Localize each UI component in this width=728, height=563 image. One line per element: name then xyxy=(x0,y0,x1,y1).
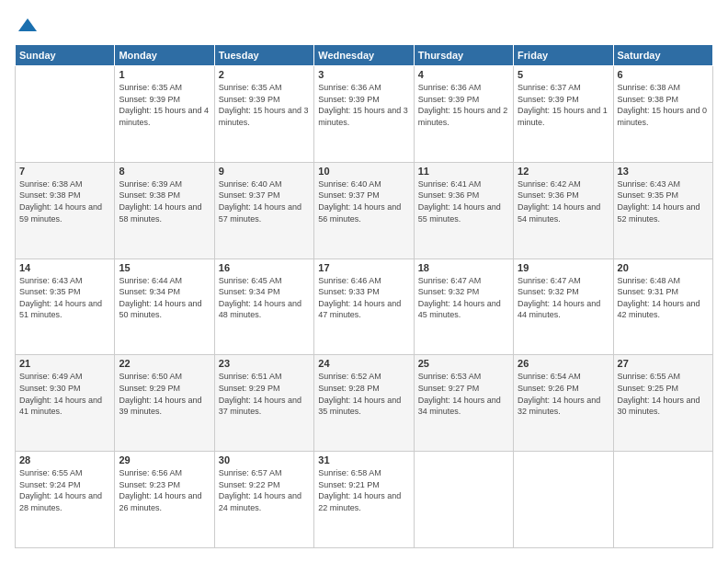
day-cell: 15Sunrise: 6:44 AMSunset: 9:34 PMDayligh… xyxy=(115,259,214,355)
day-info: Sunrise: 6:42 AMSunset: 9:36 PMDaylight:… xyxy=(518,178,609,224)
day-number: 29 xyxy=(119,454,210,465)
week-row-1: 7Sunrise: 6:38 AMSunset: 9:38 PMDaylight… xyxy=(16,162,713,259)
day-cell: 20Sunrise: 6:48 AMSunset: 9:31 PMDayligh… xyxy=(613,259,712,355)
day-number: 26 xyxy=(518,358,609,369)
day-cell: 28Sunrise: 6:55 AMSunset: 9:24 PMDayligh… xyxy=(16,452,115,548)
day-number: 8 xyxy=(119,166,210,177)
day-info: Sunrise: 6:35 AMSunset: 9:39 PMDaylight:… xyxy=(219,82,310,128)
day-number: 10 xyxy=(318,166,409,177)
day-number: 4 xyxy=(418,69,509,80)
day-info: Sunrise: 6:40 AMSunset: 9:37 PMDaylight:… xyxy=(219,178,310,224)
day-cell: 22Sunrise: 6:50 AMSunset: 9:29 PMDayligh… xyxy=(115,355,214,452)
day-cell: 26Sunrise: 6:54 AMSunset: 9:26 PMDayligh… xyxy=(514,355,613,452)
day-info: Sunrise: 6:45 AMSunset: 9:34 PMDaylight:… xyxy=(219,275,310,321)
day-number: 1 xyxy=(119,69,210,80)
day-number: 3 xyxy=(318,69,409,80)
day-cell: 19Sunrise: 6:47 AMSunset: 9:32 PMDayligh… xyxy=(514,259,613,355)
day-number: 11 xyxy=(418,166,509,177)
day-number: 16 xyxy=(219,262,310,273)
day-info: Sunrise: 6:49 AMSunset: 9:30 PMDaylight:… xyxy=(19,371,110,417)
week-row-4: 28Sunrise: 6:55 AMSunset: 9:24 PMDayligh… xyxy=(16,452,713,548)
day-cell: 18Sunrise: 6:47 AMSunset: 9:32 PMDayligh… xyxy=(414,259,513,355)
calendar-table: SundayMondayTuesdayWednesdayThursdayFrid… xyxy=(15,44,713,548)
day-info: Sunrise: 6:57 AMSunset: 9:22 PMDaylight:… xyxy=(219,467,310,513)
day-info: Sunrise: 6:55 AMSunset: 9:25 PMDaylight:… xyxy=(618,371,709,417)
day-cell: 24Sunrise: 6:52 AMSunset: 9:28 PMDayligh… xyxy=(314,355,414,452)
day-number: 19 xyxy=(518,262,609,273)
day-info: Sunrise: 6:37 AMSunset: 9:39 PMDaylight:… xyxy=(518,82,609,128)
day-info: Sunrise: 6:43 AMSunset: 9:35 PMDaylight:… xyxy=(618,178,709,224)
day-number: 7 xyxy=(19,166,110,177)
day-cell: 11Sunrise: 6:41 AMSunset: 9:36 PMDayligh… xyxy=(414,162,513,259)
weekday-thursday: Thursday xyxy=(414,45,513,66)
day-info: Sunrise: 6:38 AMSunset: 9:38 PMDaylight:… xyxy=(618,82,709,128)
day-number: 6 xyxy=(618,69,709,80)
day-info: Sunrise: 6:55 AMSunset: 9:24 PMDaylight:… xyxy=(19,467,110,513)
day-number: 23 xyxy=(219,358,310,369)
day-cell: 6Sunrise: 6:38 AMSunset: 9:38 PMDaylight… xyxy=(613,66,712,163)
week-row-0: 1Sunrise: 6:35 AMSunset: 9:39 PMDaylight… xyxy=(16,66,713,163)
day-cell xyxy=(514,452,613,548)
day-info: Sunrise: 6:52 AMSunset: 9:28 PMDaylight:… xyxy=(318,371,409,417)
day-info: Sunrise: 6:36 AMSunset: 9:39 PMDaylight:… xyxy=(418,82,509,128)
day-number: 15 xyxy=(119,262,210,273)
day-info: Sunrise: 6:40 AMSunset: 9:37 PMDaylight:… xyxy=(318,178,409,224)
day-number: 28 xyxy=(19,454,110,465)
day-number: 25 xyxy=(418,358,509,369)
day-cell: 31Sunrise: 6:58 AMSunset: 9:21 PMDayligh… xyxy=(314,452,414,548)
day-cell: 17Sunrise: 6:46 AMSunset: 9:33 PMDayligh… xyxy=(314,259,414,355)
day-cell: 9Sunrise: 6:40 AMSunset: 9:37 PMDaylight… xyxy=(214,162,313,259)
day-info: Sunrise: 6:47 AMSunset: 9:32 PMDaylight:… xyxy=(518,275,609,321)
weekday-wednesday: Wednesday xyxy=(314,45,414,66)
logo xyxy=(15,15,39,37)
day-info: Sunrise: 6:51 AMSunset: 9:29 PMDaylight:… xyxy=(219,371,310,417)
day-info: Sunrise: 6:58 AMSunset: 9:21 PMDaylight:… xyxy=(318,467,409,513)
weekday-sunday: Sunday xyxy=(16,45,115,66)
day-number: 18 xyxy=(418,262,509,273)
day-info: Sunrise: 6:36 AMSunset: 9:39 PMDaylight:… xyxy=(318,82,409,128)
weekday-header-row: SundayMondayTuesdayWednesdayThursdayFrid… xyxy=(16,45,713,66)
day-number: 2 xyxy=(219,69,310,80)
day-cell: 23Sunrise: 6:51 AMSunset: 9:29 PMDayligh… xyxy=(214,355,313,452)
day-number: 24 xyxy=(318,358,409,369)
day-info: Sunrise: 6:39 AMSunset: 9:38 PMDaylight:… xyxy=(119,178,210,224)
day-number: 5 xyxy=(518,69,609,80)
day-info: Sunrise: 6:56 AMSunset: 9:23 PMDaylight:… xyxy=(119,467,210,513)
weekday-tuesday: Tuesday xyxy=(214,45,313,66)
day-info: Sunrise: 6:47 AMSunset: 9:32 PMDaylight:… xyxy=(418,275,509,321)
day-number: 9 xyxy=(219,166,310,177)
header xyxy=(15,15,713,37)
day-number: 13 xyxy=(618,166,709,177)
day-number: 21 xyxy=(19,358,110,369)
page: SundayMondayTuesdayWednesdayThursdayFrid… xyxy=(0,0,728,563)
weekday-saturday: Saturday xyxy=(613,45,712,66)
day-number: 27 xyxy=(618,358,709,369)
day-cell xyxy=(613,452,712,548)
day-info: Sunrise: 6:43 AMSunset: 9:35 PMDaylight:… xyxy=(19,275,110,321)
day-info: Sunrise: 6:50 AMSunset: 9:29 PMDaylight:… xyxy=(119,371,210,417)
day-cell: 29Sunrise: 6:56 AMSunset: 9:23 PMDayligh… xyxy=(115,452,214,548)
day-info: Sunrise: 6:48 AMSunset: 9:31 PMDaylight:… xyxy=(618,275,709,321)
day-info: Sunrise: 6:35 AMSunset: 9:39 PMDaylight:… xyxy=(119,82,210,128)
day-number: 17 xyxy=(318,262,409,273)
day-number: 22 xyxy=(119,358,210,369)
day-cell: 5Sunrise: 6:37 AMSunset: 9:39 PMDaylight… xyxy=(514,66,613,163)
day-cell: 7Sunrise: 6:38 AMSunset: 9:38 PMDaylight… xyxy=(16,162,115,259)
day-cell: 30Sunrise: 6:57 AMSunset: 9:22 PMDayligh… xyxy=(214,452,313,548)
day-number: 12 xyxy=(518,166,609,177)
day-info: Sunrise: 6:46 AMSunset: 9:33 PMDaylight:… xyxy=(318,275,409,321)
day-cell: 10Sunrise: 6:40 AMSunset: 9:37 PMDayligh… xyxy=(314,162,414,259)
day-cell: 16Sunrise: 6:45 AMSunset: 9:34 PMDayligh… xyxy=(214,259,313,355)
day-cell xyxy=(414,452,513,548)
day-number: 30 xyxy=(219,454,310,465)
day-cell: 27Sunrise: 6:55 AMSunset: 9:25 PMDayligh… xyxy=(613,355,712,452)
day-cell: 8Sunrise: 6:39 AMSunset: 9:38 PMDaylight… xyxy=(115,162,214,259)
svg-marker-0 xyxy=(18,18,37,31)
day-cell: 25Sunrise: 6:53 AMSunset: 9:27 PMDayligh… xyxy=(414,355,513,452)
day-cell: 12Sunrise: 6:42 AMSunset: 9:36 PMDayligh… xyxy=(514,162,613,259)
day-info: Sunrise: 6:44 AMSunset: 9:34 PMDaylight:… xyxy=(119,275,210,321)
logo-icon xyxy=(17,15,39,37)
week-row-2: 14Sunrise: 6:43 AMSunset: 9:35 PMDayligh… xyxy=(16,259,713,355)
day-info: Sunrise: 6:54 AMSunset: 9:26 PMDaylight:… xyxy=(518,371,609,417)
day-cell: 21Sunrise: 6:49 AMSunset: 9:30 PMDayligh… xyxy=(16,355,115,452)
